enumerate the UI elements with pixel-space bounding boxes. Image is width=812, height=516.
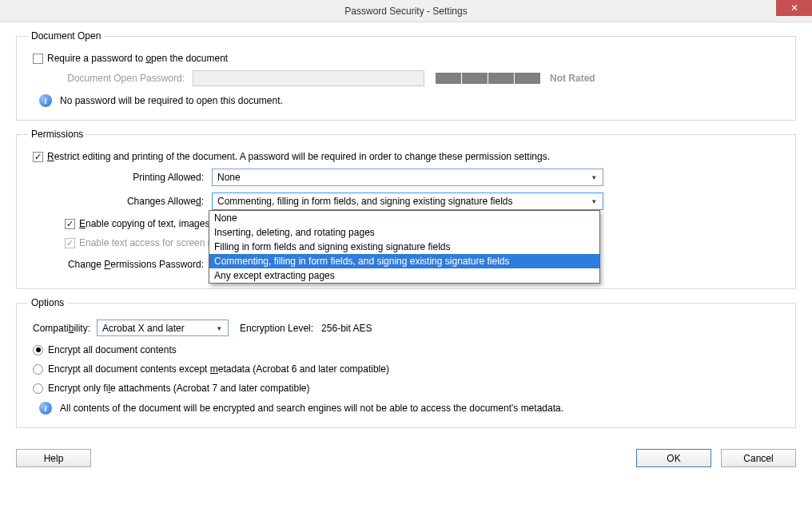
doc-open-password-label: Document Open Password: — [33, 73, 193, 84]
options-group: Options Compatibility: Acrobat X and lat… — [16, 297, 796, 428]
restrict-editing-label: Restrict editing and printing of the doc… — [47, 151, 550, 162]
changes-allowed-value: Commenting, filling in form fields, and … — [217, 196, 513, 207]
doc-open-info-text: No password will be required to open thi… — [60, 95, 283, 106]
compatibility-label: Compatibility: — [33, 323, 90, 334]
printing-allowed-value: None — [217, 172, 241, 183]
strength-bar — [436, 73, 461, 84]
encrypt-except-metadata-radio[interactable] — [33, 364, 43, 375]
changes-allowed-dropdown[interactable]: NoneInserting, deleting, and rotating pa… — [209, 210, 600, 284]
strength-bar — [515, 73, 540, 84]
document-open-group: Document Open Require a password to open… — [16, 30, 796, 121]
strength-bar — [488, 73, 514, 84]
enable-copying-checkbox[interactable] — [65, 219, 75, 229]
permissions-group: Permissions Restrict editing and printin… — [16, 129, 796, 289]
dropdown-option[interactable]: Any except extracting pages — [209, 268, 599, 283]
restrict-editing-checkbox[interactable] — [33, 152, 43, 162]
cancel-button[interactable]: Cancel — [721, 449, 796, 467]
require-password-checkbox[interactable] — [33, 54, 43, 64]
enable-copying-label: Enable copying of text, images, an — [79, 218, 225, 229]
enable-text-access-checkbox — [65, 238, 75, 248]
password-rating: Not Rated — [550, 73, 595, 84]
dropdown-option[interactable]: None — [209, 211, 599, 225]
info-icon: i — [39, 94, 52, 107]
titlebar: Password Security - Settings ✕ — [0, 0, 812, 22]
chevron-down-icon: ▾ — [588, 196, 600, 207]
chevron-down-icon: ▾ — [588, 172, 600, 183]
compatibility-select[interactable]: Acrobat X and later ▾ — [97, 320, 229, 336]
dropdown-option[interactable]: Inserting, deleting, and rotating pages — [209, 225, 599, 240]
close-icon: ✕ — [790, 2, 798, 14]
options-legend: Options — [28, 297, 67, 308]
dropdown-option[interactable]: Filling in form fields and signing exist… — [209, 240, 599, 254]
encrypt-attachments-label: Encrypt only file attachments (Acrobat 7… — [48, 383, 310, 394]
encryption-level-label: Encryption Level: — [240, 323, 313, 334]
changes-allowed-label: Changes Allowed: — [28, 196, 212, 207]
printing-allowed-select[interactable]: None ▾ — [212, 169, 603, 186]
document-open-legend: Document Open — [28, 30, 104, 42]
compatibility-value: Acrobat X and later — [102, 323, 185, 334]
encryption-level-value: 256-bit AES — [321, 323, 372, 334]
printing-allowed-label: Printing Allowed: — [28, 172, 212, 183]
ok-button[interactable]: OK — [636, 449, 711, 467]
doc-open-password-input — [193, 70, 424, 86]
password-strength-meter — [436, 73, 540, 84]
encrypt-all-radio[interactable] — [33, 345, 43, 355]
require-password-label: Require a password to open the document — [47, 53, 228, 64]
change-permissions-password-label: Change Permissions Password: — [28, 259, 212, 270]
options-info-text: All contents of the document will be enc… — [60, 403, 563, 414]
info-icon: i — [39, 402, 52, 415]
permissions-legend: Permissions — [28, 129, 86, 140]
close-button[interactable]: ✕ — [776, 0, 812, 16]
dropdown-option[interactable]: Commenting, filling in form fields, and … — [209, 254, 599, 268]
chevron-down-icon: ▾ — [213, 323, 225, 334]
help-button[interactable]: Help — [16, 449, 91, 467]
window-title: Password Security - Settings — [344, 6, 467, 17]
changes-allowed-select[interactable]: Commenting, filling in form fields, and … — [212, 193, 603, 210]
encrypt-except-metadata-label: Encrypt all document contents except met… — [48, 363, 389, 375]
dialog-button-row: Help OK Cancel — [0, 444, 812, 467]
strength-bar — [462, 73, 488, 84]
encrypt-all-label: Encrypt all document contents — [48, 344, 177, 355]
encrypt-attachments-radio[interactable] — [33, 383, 43, 394]
